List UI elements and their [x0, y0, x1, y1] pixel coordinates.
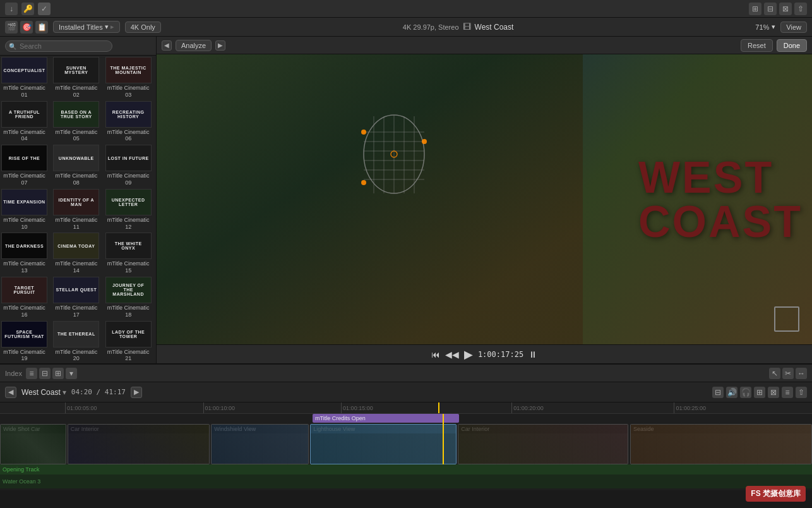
title-thumb-10: TIME EXPANSION [1, 189, 47, 215]
nav-left-icon[interactable]: ◀ [162, 40, 172, 51]
title-item-7[interactable]: RISE OF THE mTitle Cinematic 07 [0, 143, 49, 188]
viewer-area: ◀ Analyze ▶ Reset Done [157, 37, 812, 363]
reset-button[interactable]: Reset [741, 39, 773, 52]
title-item-19[interactable]: SPACE FUTURISM THAT mTitle Cinematic 19 [0, 320, 49, 363]
tl-ctrl-7[interactable]: ⇧ [796, 387, 807, 398]
title-item-15[interactable]: the WHITE ONYX mTitle Cinematic 15 [104, 231, 153, 275]
tl-ctrl-1[interactable]: ⊟ [712, 387, 724, 398]
panel-header [0, 37, 156, 56]
title-item-16[interactable]: TARGET PURSUIT mTitle Cinematic 16 [0, 275, 49, 320]
tool-icon-1[interactable]: ✂ [782, 368, 794, 379]
title-thumb-13: The Darkness [1, 233, 47, 259]
play-button[interactable]: ▶ [464, 348, 473, 361]
tl-ctrl-2[interactable]: 🔊 [726, 387, 737, 398]
title-thumb-21: LADY of the TOWER [105, 321, 152, 348]
pause-button[interactable]: ⏸ [528, 349, 537, 360]
app-icon-1[interactable]: 🎬 [5, 21, 18, 33]
title-thumb-5: BASED ON A TRUE STORY [53, 101, 99, 128]
title-thumb-1: CONCEPTUALIST [1, 57, 47, 83]
title-item-8[interactable]: UNKNOWABLE mTitle Cinematic 08 [52, 143, 100, 188]
title-thumb-4: A TRUTHFUL FRIEND [1, 101, 47, 128]
done-button[interactable]: Done [777, 39, 807, 52]
clip-lighthouse[interactable]: Lighthouse View [310, 424, 456, 464]
nav-next[interactable]: ▶ [131, 387, 142, 398]
app-icon-2[interactable]: 🎯 [20, 21, 33, 33]
title-item-17[interactable]: STELLAR QUEST mTitle Cinematic 17 [52, 275, 100, 320]
rewind-button[interactable]: ⏮ [431, 349, 440, 360]
timeline-area: Index ≡ ⊟ ⊞ ▾ ↖ ✂ ↔ ◀ West Coast ▾ 04:20… [0, 364, 812, 490]
svg-point-13 [422, 139, 427, 144]
west-coast-video-title: WEST COAST [638, 155, 803, 244]
step-back-button[interactable]: ◀◀ [445, 349, 459, 360]
clip-title-nav: West Coast ▾ [21, 388, 66, 397]
title-item-12[interactable]: UNEXPECTED LETTER mTitle Cinematic 12 [104, 188, 153, 232]
title-clip[interactable]: mTitle Credits Open [313, 414, 458, 423]
nav-right-icon[interactable]: ▶ [215, 40, 225, 51]
title-item-4[interactable]: A TRUTHFUL FRIEND mTitle Cinematic 04 [0, 100, 49, 144]
view-button[interactable]: View [780, 21, 807, 33]
timecode-display: 1:00:17:25 [478, 350, 523, 359]
tl-ctrl-6[interactable]: ≡ [782, 387, 793, 398]
title-item-1[interactable]: CONCEPTUALIST mTitle Cinematic 01 [0, 56, 49, 100]
export-icon[interactable]: ⇧ [794, 3, 807, 15]
title-thumb-14: CINEMA TODAY [53, 233, 99, 259]
quality-dropdown[interactable]: 4K Only [125, 21, 161, 33]
timeline-tracks: mTitle Credits Open Wide Shot Car Car In… [0, 414, 812, 464]
clip-wide-shot-car[interactable]: Wide Shot Car [0, 424, 66, 464]
analyze-button[interactable]: Analyze [176, 40, 212, 51]
tl-ctrl-4[interactable]: ⊞ [754, 387, 765, 398]
nav-prev[interactable]: ◀ [5, 387, 16, 398]
clip-car-interior-1[interactable]: Car Interior [68, 424, 210, 464]
timeline-ruler: 01:00:05:00 01:00:10:00 01:00:15:00 01:0… [0, 402, 812, 414]
safe-area-indicator [774, 306, 799, 332]
clip-car-interior-2[interactable]: Car Interior [458, 424, 628, 464]
download-icon[interactable]: ↓ [5, 3, 18, 15]
grid-icon-3[interactable]: ⊠ [779, 3, 792, 15]
title-thumb-6: RECREATING HISTORY [105, 101, 152, 128]
film-icon: 🎞 [463, 22, 471, 32]
ruler-mark-3: 01:00:15:00 [341, 402, 373, 413]
search-input[interactable] [5, 40, 112, 52]
clip-windshield[interactable]: Windshield View [211, 424, 308, 464]
timeline-icon-1[interactable]: ≡ [26, 368, 37, 379]
clip-seaside[interactable]: Seaside [630, 424, 812, 464]
timeline-nav: ◀ West Coast ▾ 04:20 / 41:17 ▶ ⊟ 🔊 🎧 ⊞ ⊠… [0, 382, 812, 402]
left-panel: CONCEPTUALIST mTitle Cinematic 01 SUNVEN… [0, 37, 157, 363]
tl-ctrl-5[interactable]: ⊠ [768, 387, 779, 398]
search-wrapper [5, 40, 151, 52]
title-item-13[interactable]: The Darkness mTitle Cinematic 13 [0, 231, 49, 275]
check-icon[interactable]: ✓ [38, 3, 51, 15]
title-item-11[interactable]: IDENTITY OF A MAN mTitle Cinematic 11 [52, 188, 100, 232]
timeline-dropdown[interactable]: ▾ [66, 368, 77, 379]
title-item-5[interactable]: BASED ON A TRUE STORY mTitle Cinematic 0… [52, 100, 100, 144]
title-item-6[interactable]: RECREATING HISTORY mTitle Cinematic 06 [104, 100, 153, 144]
title-thumb-9: Lost in future [105, 145, 152, 171]
titles-dropdown[interactable]: Installed Titles ▾ ▸ [53, 21, 120, 33]
ruler-mark-1: 01:00:05:00 [65, 402, 97, 413]
water-track: Water Ocean 3 [0, 475, 812, 488]
title-item-9[interactable]: Lost in future mTitle Cinematic 09 [104, 143, 153, 188]
ruler-playhead [438, 402, 439, 413]
key-icon[interactable]: 🔑 [21, 3, 34, 15]
title-item-20[interactable]: THE ETHEREAL mTitle Cinematic 20 [52, 320, 100, 363]
title-thumb-20: THE ETHEREAL [53, 321, 99, 348]
title-item-21[interactable]: LADY of the TOWER mTitle Cinematic 21 [104, 320, 153, 363]
opening-track: Opening Track [0, 464, 812, 475]
tool-icon-2[interactable]: ↔ [796, 368, 807, 379]
app-icon-3[interactable]: 📋 [35, 21, 48, 33]
title-item-14[interactable]: CINEMA TODAY mTitle Cinematic 14 [52, 231, 100, 275]
timeline-icon-3[interactable]: ⊞ [52, 368, 64, 379]
title-thumb-3: THE MAJESTIC MOUNTAIN [105, 57, 152, 83]
timeline-icon-2[interactable]: ⊟ [39, 368, 51, 379]
title-item-2[interactable]: SUNVEN MYSTERY mTitle Cinematic 02 [52, 56, 100, 100]
title-item-10[interactable]: TIME EXPANSION mTitle Cinematic 10 [0, 188, 49, 232]
zoom-control[interactable]: 71% ▾ [755, 23, 775, 31]
cursor-icon[interactable]: ↖ [769, 368, 780, 379]
timeline-toolbar: Index ≡ ⊟ ⊞ ▾ ↖ ✂ ↔ [0, 365, 812, 382]
title-item-18[interactable]: JOURNEY OF THE MARSHLAND mTitle Cinemati… [104, 275, 153, 320]
tl-ctrl-3[interactable]: 🎧 [740, 387, 751, 398]
grid-icon-1[interactable]: ⊞ [749, 3, 761, 15]
titles-grid: CONCEPTUALIST mTitle Cinematic 01 SUNVEN… [0, 56, 156, 363]
title-item-3[interactable]: THE MAJESTIC MOUNTAIN mTitle Cinematic 0… [104, 56, 153, 100]
grid-icon-2[interactable]: ⊟ [764, 3, 777, 15]
